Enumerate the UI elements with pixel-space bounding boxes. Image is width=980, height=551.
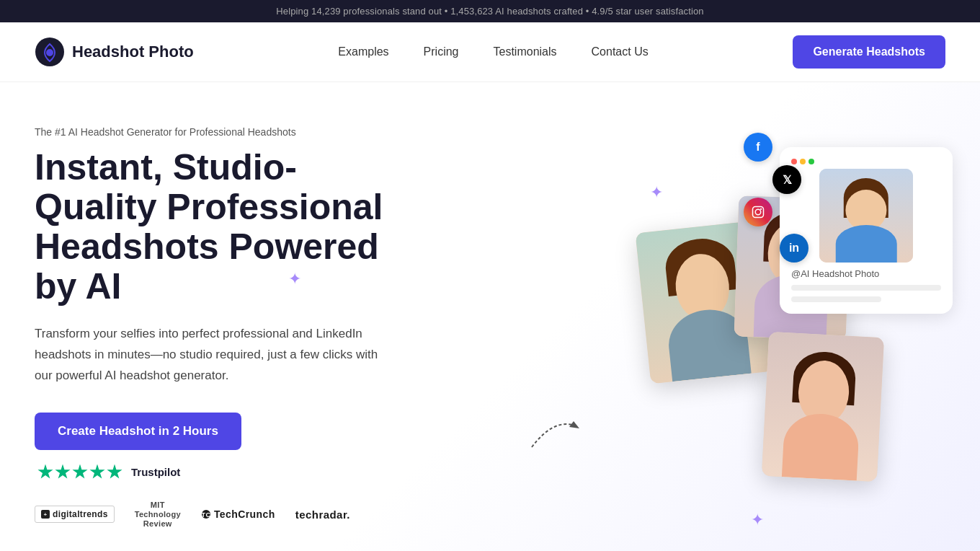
generate-headshots-button[interactable]: Generate Headshots: [793, 35, 945, 69]
star-3: [72, 464, 88, 480]
star-5: [107, 464, 122, 480]
star-1: [37, 464, 53, 480]
social-profile-card: @AI Headshot Photo: [780, 147, 953, 314]
dot-red: [791, 159, 797, 164]
headshot-card-3: [762, 332, 884, 482]
press-techradar: techradar.: [295, 508, 350, 521]
press-techcrunch: TC TechCrunch: [201, 508, 275, 520]
sparkle-icon-2: ✦: [650, 183, 663, 202]
social-card-handle: @AI Headshot Photo: [791, 268, 941, 279]
hero-content: The #1 AI Headshot Generator for Profess…: [35, 126, 409, 529]
press-mit: MITTechnologyReview: [135, 501, 181, 529]
star-4: [89, 464, 105, 480]
social-card-line-1: [791, 285, 941, 291]
svg-text:TC: TC: [201, 511, 210, 519]
hero-visual: f 𝕏 in: [409, 125, 945, 529]
logo-text: Headshot Photo: [72, 43, 194, 61]
banner-text: Helping 14,239 professionals stand out •…: [276, 6, 703, 17]
nav-examples[interactable]: Examples: [338, 45, 388, 58]
svg-point-7: [755, 209, 761, 215]
linkedin-icon: in: [780, 234, 808, 263]
press-logos: + digitaltrends MITTechnologyReview TC T…: [35, 501, 409, 529]
svg-point-1: [46, 49, 53, 56]
svg-point-8: [760, 208, 762, 210]
digitaltrends-icon: +: [41, 510, 50, 519]
x-twitter-icon: 𝕏: [772, 165, 801, 194]
nav-contact[interactable]: Contact Us: [592, 45, 649, 58]
logo-icon: [35, 37, 65, 67]
instagram-svg: [752, 206, 765, 219]
instagram-icon: [744, 198, 772, 226]
trustpilot-stars: [37, 464, 122, 480]
svg-rect-6: [753, 207, 764, 218]
dot-green: [808, 159, 814, 164]
svg-text:+: +: [43, 511, 47, 518]
press-digitaltrends: + digitaltrends: [35, 506, 115, 523]
top-banner: Helping 14,239 professionals stand out •…: [0, 0, 980, 22]
social-card-photo: [819, 169, 913, 263]
hero-section: ✦ ✦ ✦ The #1 AI Headshot Generator for P…: [0, 82, 980, 551]
logo-link[interactable]: Headshot Photo: [35, 37, 194, 67]
trustpilot-row: Trustpilot: [37, 464, 409, 480]
star-2: [55, 464, 71, 480]
techcrunch-icon: TC: [201, 509, 211, 519]
nav-testimonials[interactable]: Testimonials: [494, 45, 557, 58]
hero-title: Instant, Studio-Quality Professional Hea…: [35, 148, 409, 307]
dot-yellow: [800, 159, 806, 164]
facebook-icon: f: [744, 133, 772, 162]
hero-description: Transform your selfies into perfect prof…: [35, 324, 380, 387]
nav-pricing[interactable]: Pricing: [424, 45, 459, 58]
create-headshot-button[interactable]: Create Headshot in 2 Hours: [35, 413, 241, 450]
nav-links: Examples Pricing Testimonials Contact Us: [338, 45, 648, 58]
social-card-line-2: [791, 296, 881, 302]
sparkle-icon-3: ✦: [751, 511, 764, 529]
sparkle-icon-1: ✦: [288, 270, 301, 288]
arrow-decoration: [525, 411, 582, 457]
trustpilot-label: Trustpilot: [131, 466, 180, 478]
navbar: Headshot Photo Examples Pricing Testimon…: [0, 22, 980, 82]
hero-subtitle: The #1 AI Headshot Generator for Profess…: [35, 126, 409, 138]
window-dots: [791, 159, 941, 164]
